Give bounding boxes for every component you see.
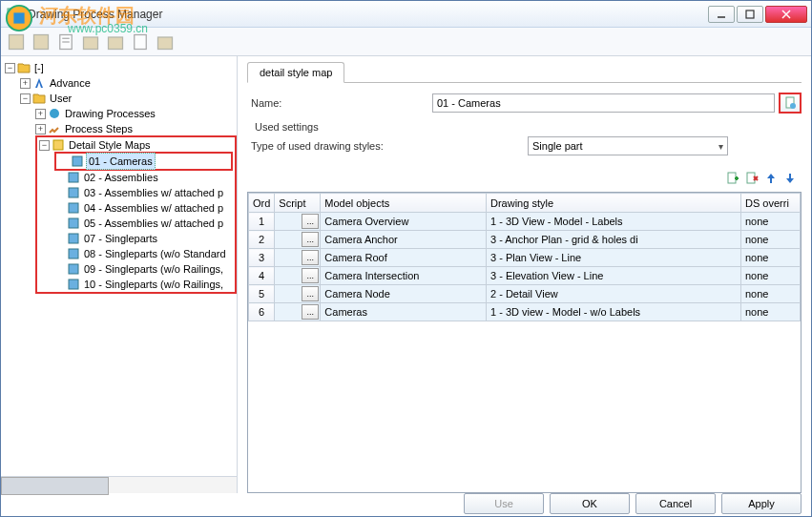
tree-item[interactable]: 09 - Singleparts (w/o Railings, [82,261,225,277]
cell-ord: 4 [249,267,275,285]
use-button[interactable]: Use [464,493,544,514]
move-down-icon[interactable] [782,171,798,186]
tree-process-steps[interactable]: Process Steps [63,121,135,136]
tree-detail-style-maps[interactable]: Detail Style Maps [67,137,153,153]
svg-rect-24 [69,249,78,258]
tree-drawing-processes[interactable]: Drawing Processes [63,106,157,121]
cell-script[interactable]: ... [275,285,321,303]
table-row[interactable]: 2...Camera Anchor3 - Anchor Plan - grid … [249,231,801,249]
script-browse-button[interactable]: ... [302,286,319,301]
tree-root[interactable]: [-] [32,60,46,75]
cell-override[interactable]: none [741,213,801,231]
tab-detail-style-map[interactable]: detail style map [247,62,344,83]
ok-button[interactable]: OK [550,493,630,514]
expand-toggle[interactable]: + [35,109,46,119]
move-up-icon[interactable] [763,171,779,186]
toolbar-icon-3[interactable] [56,32,75,52]
table-row[interactable]: 6...Cameras1 - 3D view - Model - w/o Lab… [249,303,801,321]
tree-item[interactable]: 10 - Singleparts (w/o Railings, [82,277,225,292]
tree-item[interactable]: 03 - Assemblies w/ attached p [82,185,225,200]
maximize-button[interactable] [737,6,763,23]
grid[interactable]: Ord Script Model objects Drawing style D… [247,192,802,493]
add-icon[interactable] [725,171,740,186]
cell-script[interactable]: ... [275,231,321,249]
svg-rect-23 [69,234,78,243]
svg-rect-8 [34,34,49,49]
toolbar-icon-2[interactable] [31,32,51,52]
toolbar-icon-1[interactable] [7,32,26,52]
cell-model[interactable]: Camera Roof [321,249,487,267]
cell-style[interactable]: 1 - 3D View - Model - Labels [486,213,740,231]
expand-toggle[interactable]: − [39,140,50,151]
name-action-button[interactable] [779,93,802,114]
toolbar-icon-4[interactable] [81,32,100,52]
table-row[interactable]: 5...Camera Node2 - Detail Viewnone [249,285,801,303]
script-browse-button[interactable]: ... [302,268,319,283]
tree-item[interactable]: 02 - Assemblies [82,170,160,185]
cell-override[interactable]: none [741,285,801,303]
cell-override[interactable]: none [741,231,801,249]
remove-icon[interactable] [744,171,760,186]
map-item-icon [67,232,80,245]
tree[interactable]: −[-] +Advance −User +Drawing Processes +… [1,60,237,294]
table-row[interactable]: 1...Camera Overview1 - 3D View - Model -… [249,213,801,231]
cell-script[interactable]: ... [275,249,321,267]
name-input[interactable] [432,93,775,113]
cell-style[interactable]: 3 - Anchor Plan - grid & holes di [486,231,740,249]
map-item-icon [67,186,80,199]
cell-model[interactable]: Cameras [321,303,487,321]
script-browse-button[interactable]: ... [302,250,319,265]
svg-rect-21 [69,203,78,213]
col-ord[interactable]: Ord [249,194,275,213]
script-browse-button[interactable]: ... [302,232,319,247]
cell-script[interactable]: ... [275,303,321,321]
cell-override[interactable]: none [741,249,801,267]
cell-style[interactable]: 2 - Detail View [486,285,740,303]
close-button[interactable] [765,6,807,23]
drawing-style-type-select[interactable]: Single part [528,136,728,155]
cell-script[interactable]: ... [275,213,321,231]
table-row[interactable]: 3...Camera Roof3 - Plan View - Linenone [249,249,801,267]
toolbar-icon-5[interactable] [106,32,125,52]
cell-script[interactable]: ... [275,267,321,285]
col-script[interactable]: Script [275,194,321,213]
expand-toggle[interactable]: + [35,124,46,134]
cell-model[interactable]: Camera Intersection [321,267,487,285]
svg-rect-18 [73,156,82,166]
cancel-button[interactable]: Cancel [635,493,716,514]
footer: Use OK Cancel Apply [1,493,811,517]
toolbar-icon-7[interactable] [156,32,175,52]
expand-toggle[interactable]: − [20,93,31,104]
tree-item[interactable]: 04 - Assemblies w/ attached p [82,200,225,216]
tree-advance[interactable]: Advance [48,75,93,91]
cell-model[interactable]: Camera Anchor [321,231,487,249]
tree-item[interactable]: 01 - Cameras [86,153,156,170]
cell-override[interactable]: none [741,267,801,285]
col-style[interactable]: Drawing style [486,194,740,213]
script-browse-button[interactable]: ... [302,214,319,229]
tree-item[interactable]: 07 - Singleparts [82,231,159,246]
cell-model[interactable]: Camera Overview [321,213,487,231]
map-item-icon [67,278,80,291]
toolbar-icon-6[interactable] [131,32,150,52]
minimize-button[interactable] [708,6,735,23]
script-browse-button[interactable]: ... [302,304,319,320]
cell-model[interactable]: Camera Node [321,285,487,303]
svg-rect-7 [10,34,24,49]
svg-rect-19 [69,173,78,182]
cell-style[interactable]: 3 - Elevation View - Line [486,267,740,285]
col-model[interactable]: Model objects [321,194,487,213]
apply-button[interactable]: Apply [721,493,802,514]
cell-override[interactable]: none [741,303,801,321]
horizontal-scrollbar[interactable] [1,476,237,493]
expand-toggle[interactable]: − [5,63,15,73]
cell-style[interactable]: 1 - 3D view - Model - w/o Labels [486,303,740,321]
tree-item[interactable]: 08 - Singleparts (w/o Standard [82,246,228,261]
cell-style[interactable]: 3 - Plan View - Line [486,249,740,267]
table-row[interactable]: 4...Camera Intersection3 - Elevation Vie… [249,267,801,285]
tree-user[interactable]: User [48,91,73,106]
col-override[interactable]: DS overri [741,194,801,213]
expand-toggle[interactable]: + [20,78,31,89]
svg-rect-2 [8,9,21,20]
tree-item[interactable]: 05 - Assemblies w/ attached p [82,216,225,231]
